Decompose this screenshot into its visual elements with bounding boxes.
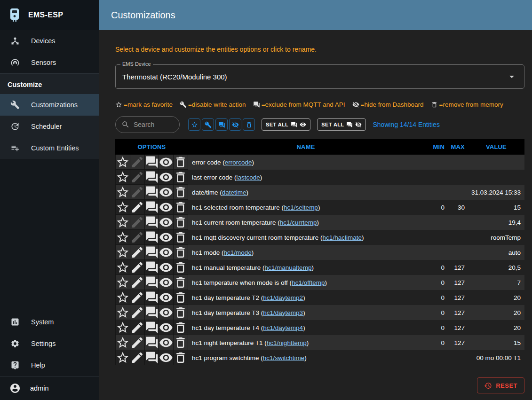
favorite-icon[interactable] (116, 155, 130, 170)
mqtt-exclude-icon[interactable] (145, 170, 159, 185)
mqtt-exclude-icon[interactable] (145, 200, 159, 215)
delete-icon[interactable] (174, 305, 188, 320)
edit-icon[interactable] (130, 320, 145, 335)
sidebar-item-customizations[interactable]: Customizations (0, 94, 99, 116)
sidebar-item-settings[interactable]: Settings (0, 333, 99, 354)
favorite-icon[interactable] (116, 170, 130, 185)
entity-shortname-link[interactable]: hc1/switchtime (263, 354, 305, 361)
mqtt-exclude-icon[interactable] (145, 350, 159, 365)
set-all-button-2[interactable]: SET ALL (317, 118, 366, 131)
visibility-icon[interactable] (159, 335, 174, 350)
search-box[interactable] (115, 116, 180, 133)
entity-shortname-link[interactable]: hc1/offtemp (292, 279, 325, 286)
mqtt-exclude-icon[interactable] (145, 260, 159, 275)
edit-icon[interactable] (130, 350, 145, 365)
filter-disable-write-button[interactable] (202, 118, 214, 131)
mqtt-exclude-icon[interactable] (145, 245, 159, 260)
favorite-icon[interactable] (116, 335, 130, 350)
delete-icon[interactable] (174, 320, 188, 335)
favorite-icon[interactable] (116, 305, 130, 320)
favorite-icon[interactable] (116, 275, 130, 290)
mqtt-exclude-icon[interactable] (145, 215, 159, 230)
delete-icon[interactable] (174, 275, 188, 290)
delete-icon[interactable] (174, 230, 188, 245)
mqtt-exclude-icon[interactable] (145, 155, 159, 170)
mqtt-exclude-icon[interactable] (145, 335, 159, 350)
delete-icon[interactable] (174, 245, 188, 260)
entity-shortname-link[interactable]: hc1/haclimate (323, 234, 362, 241)
favorite-icon[interactable] (116, 350, 130, 365)
ems-device-select[interactable]: EMS Device Thermostat (RC20/Moduline 300… (115, 64, 524, 89)
mqtt-exclude-icon[interactable] (145, 290, 159, 305)
delete-icon[interactable] (174, 335, 188, 350)
visibility-icon[interactable] (159, 275, 174, 290)
favorite-icon[interactable] (116, 185, 130, 200)
sidebar-item-custom-entities[interactable]: Custom Entities (0, 137, 99, 159)
delete-icon[interactable] (174, 200, 188, 215)
visibility-icon[interactable] (159, 245, 174, 260)
entity-shortname-link[interactable]: hc1/seltemp (284, 204, 318, 211)
visibility-icon[interactable] (159, 230, 174, 245)
visibility-icon[interactable] (159, 320, 174, 335)
favorite-icon[interactable] (116, 215, 130, 230)
entity-shortname-link[interactable]: hc1/daytemp3 (263, 309, 303, 316)
filter-mqtt-exclude-button[interactable] (215, 118, 228, 131)
entity-shortname-link[interactable]: hc1/daytemp2 (263, 294, 303, 301)
reset-button[interactable]: RESET (477, 377, 524, 393)
edit-icon[interactable] (130, 245, 145, 260)
favorite-icon[interactable] (116, 260, 130, 275)
entity-shortname-link[interactable]: hc1/daytemp4 (263, 324, 303, 331)
edit-icon[interactable] (130, 260, 145, 275)
entity-shortname-link[interactable]: hc1/mode (224, 249, 252, 256)
delete-icon[interactable] (174, 260, 188, 275)
favorite-icon[interactable] (116, 320, 130, 335)
visibility-icon[interactable] (159, 305, 174, 320)
visibility-icon[interactable] (159, 200, 174, 215)
entity-shortname-link[interactable]: hc1/nighttemp (267, 339, 307, 346)
mqtt-exclude-icon[interactable] (145, 230, 159, 245)
edit-icon[interactable] (130, 290, 145, 305)
sidebar-item-system[interactable]: System (0, 311, 99, 333)
set-all-button-1[interactable]: SET ALL (262, 118, 310, 131)
entity-shortname-link[interactable]: datetime (222, 189, 246, 196)
delete-icon[interactable] (174, 350, 188, 365)
edit-icon[interactable] (130, 275, 145, 290)
visibility-icon[interactable] (159, 155, 174, 170)
edit-icon[interactable] (130, 200, 145, 215)
sidebar-user[interactable]: admin (0, 376, 99, 400)
visibility-icon[interactable] (159, 260, 174, 275)
favorite-icon[interactable] (116, 290, 130, 305)
sidebar-item-sensors[interactable]: Sensors (0, 52, 99, 73)
mqtt-exclude-icon[interactable] (145, 275, 159, 290)
filter-remove-memory-button[interactable] (243, 118, 255, 131)
sidebar-item-help[interactable]: Help (0, 354, 99, 376)
favorite-icon[interactable] (116, 230, 130, 245)
sidebar-item-scheduler[interactable]: Scheduler (0, 116, 99, 137)
visibility-icon[interactable] (159, 170, 174, 185)
visibility-icon[interactable] (159, 290, 174, 305)
mqtt-exclude-icon[interactable] (145, 320, 159, 335)
sidebar-item-devices[interactable]: Devices (0, 30, 99, 52)
edit-icon[interactable] (130, 335, 145, 350)
entity-shortname-link[interactable]: lastcode (237, 174, 260, 181)
visibility-icon[interactable] (159, 185, 174, 200)
mqtt-exclude-icon[interactable] (145, 305, 159, 320)
delete-icon[interactable] (174, 290, 188, 305)
filter-favorite-button[interactable] (188, 118, 200, 131)
visibility-icon[interactable] (159, 215, 174, 230)
entity-shortname-link[interactable]: hc1/manualtemp (265, 264, 312, 271)
favorite-icon[interactable] (116, 245, 130, 260)
entity-shortname-link[interactable]: hc1/currtemp (280, 219, 317, 226)
search-input[interactable] (134, 121, 173, 128)
delete-icon[interactable] (174, 215, 188, 230)
entity-shortname-link[interactable]: errorcode (225, 159, 252, 166)
delete-icon[interactable] (174, 185, 188, 200)
delete-icon[interactable] (174, 155, 188, 170)
mqtt-exclude-icon[interactable] (145, 185, 159, 200)
filter-hide-dashboard-button[interactable] (229, 118, 241, 131)
edit-icon[interactable] (130, 305, 145, 320)
favorite-icon[interactable] (116, 200, 130, 215)
delete-icon[interactable] (174, 170, 188, 185)
visibility-icon[interactable] (159, 350, 174, 365)
chevron-down-icon[interactable] (506, 71, 517, 82)
